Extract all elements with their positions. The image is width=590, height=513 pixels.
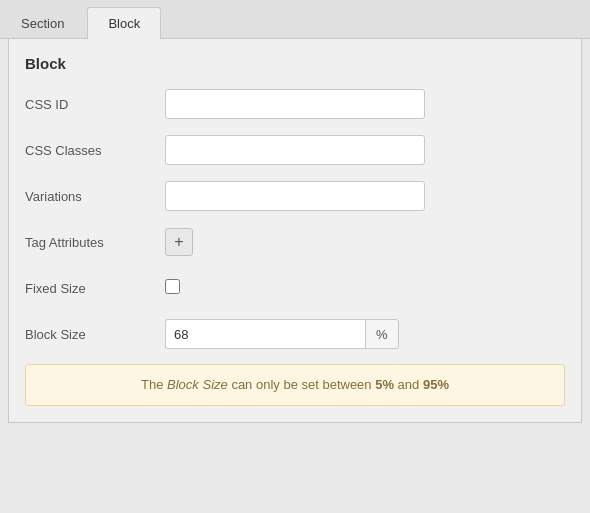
warning-between: and bbox=[394, 377, 423, 392]
variations-row: Variations bbox=[25, 180, 565, 212]
panel: Block CSS ID CSS Classes Variations Tag … bbox=[8, 39, 582, 423]
warning-min: 5% bbox=[375, 377, 394, 392]
tab-section[interactable]: Section bbox=[0, 7, 85, 39]
css-id-row: CSS ID bbox=[25, 88, 565, 120]
fixed-size-label: Fixed Size bbox=[25, 281, 165, 296]
tag-attributes-add-button[interactable]: + bbox=[165, 228, 193, 256]
block-size-row: Block Size % bbox=[25, 318, 565, 350]
tag-attributes-label: Tag Attributes bbox=[25, 235, 165, 250]
fixed-size-row: Fixed Size bbox=[25, 272, 565, 304]
variations-input[interactable] bbox=[165, 181, 425, 211]
css-classes-row: CSS Classes bbox=[25, 134, 565, 166]
panel-title: Block bbox=[25, 55, 565, 72]
warning-middle: can only be set between bbox=[228, 377, 375, 392]
tab-block[interactable]: Block bbox=[87, 7, 161, 39]
css-id-label: CSS ID bbox=[25, 97, 165, 112]
block-size-label: Block Size bbox=[25, 327, 165, 342]
css-id-input[interactable] bbox=[165, 89, 425, 119]
fixed-size-checkbox[interactable] bbox=[165, 279, 180, 294]
variations-label: Variations bbox=[25, 189, 165, 204]
block-size-unit: % bbox=[365, 319, 399, 349]
warning-max: 95% bbox=[423, 377, 449, 392]
block-size-input[interactable] bbox=[165, 319, 365, 349]
css-classes-input[interactable] bbox=[165, 135, 425, 165]
css-classes-label: CSS Classes bbox=[25, 143, 165, 158]
tag-attributes-row: Tag Attributes + bbox=[25, 226, 565, 258]
warning-field-name: Block Size bbox=[167, 377, 228, 392]
warning-prefix: The bbox=[141, 377, 167, 392]
tabs-bar: Section Block bbox=[0, 0, 590, 39]
warning-box: The Block Size can only be set between 5… bbox=[25, 364, 565, 406]
